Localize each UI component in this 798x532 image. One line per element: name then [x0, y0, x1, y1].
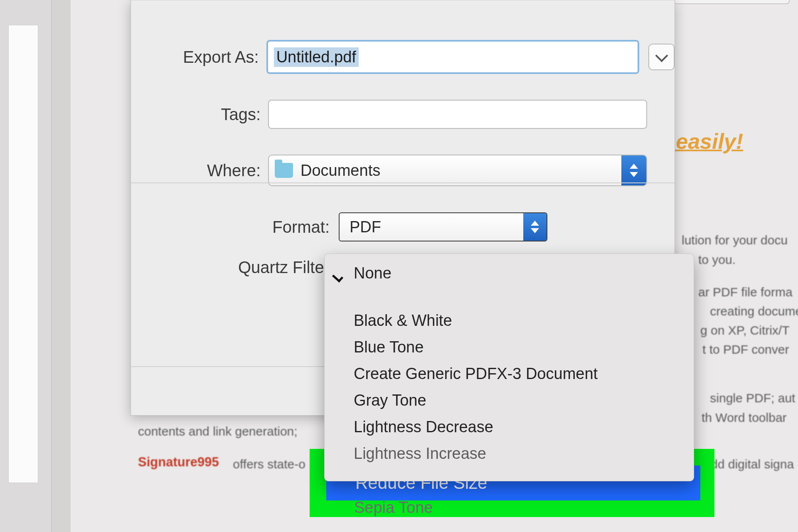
bg-text: th Word toolbar	[702, 408, 787, 428]
where-value: Documents	[300, 162, 380, 180]
where-label: Where:	[152, 161, 268, 180]
updown-icon	[523, 213, 547, 241]
checkmark-icon	[334, 267, 345, 279]
menu-item-lightness-decrease[interactable]: Lightness Decrease	[325, 414, 694, 440]
quartz-filter-menu: None Black & White Blue Tone Create Gene…	[324, 254, 694, 481]
where-location-select[interactable]: Documents	[268, 155, 647, 186]
bg-text: ar PDF file forma	[698, 283, 793, 302]
bg-text: single PDF; aut	[707, 389, 795, 408]
menu-item-sepia-tone[interactable]: Sepia Tone	[324, 499, 694, 517]
updown-icon	[621, 155, 646, 185]
bg-text: creating docume	[707, 302, 798, 321]
menu-item-label: Create Generic PDFX-3 Document	[354, 365, 598, 383]
export-as-label: Export As:	[152, 48, 266, 66]
menu-item-black-white[interactable]: Black & White	[325, 307, 694, 334]
export-filename-value: Untitled.pdf	[274, 47, 359, 67]
menu-item-lightness-increase[interactable]: Lightness Increase	[325, 440, 694, 467]
menu-item-blue-tone[interactable]: Blue Tone	[325, 334, 694, 360]
menu-item-label: Blue Tone	[354, 338, 424, 356]
menu-item-label: Gray Tone	[354, 392, 426, 409]
thumbnail-sidebar	[0, 0, 52, 532]
bg-text: t to PDF conver	[702, 340, 789, 360]
menu-item-gray-tone[interactable]: Gray Tone	[325, 387, 694, 414]
menu-item-label: Black & White	[354, 312, 452, 330]
bg-signature-label: Signature995	[138, 455, 219, 470]
menu-item-pdfx3[interactable]: Create Generic PDFX-3 Document	[325, 360, 694, 387]
format-value: PDF	[350, 218, 381, 236]
format-select[interactable]: PDF	[339, 212, 547, 241]
chevron-down-icon	[655, 49, 668, 62]
expand-save-panel-button[interactable]	[648, 44, 675, 70]
tags-input[interactable]	[268, 100, 647, 129]
folder-icon	[275, 163, 293, 178]
quartz-filter-label: Quartz Filter	[131, 258, 339, 277]
bg-text: lution for your docu	[682, 231, 788, 250]
menu-separator	[325, 286, 694, 307]
format-label: Format:	[131, 218, 339, 236]
bg-text: dd digital signa	[711, 455, 794, 474]
menu-item-label: None	[354, 264, 392, 282]
menu-item-label: Lightness Increase	[354, 445, 486, 463]
menu-item-label: Lightness Decrease	[354, 418, 493, 436]
bg-text: offers state-o	[229, 455, 305, 474]
export-filename-input[interactable]: Untitled.pdf	[266, 40, 639, 74]
bg-text: contents and link generation;	[138, 422, 298, 441]
separator	[131, 182, 675, 183]
tags-label: Tags:	[152, 105, 268, 124]
menu-item-none[interactable]: None	[325, 260, 694, 286]
bg-text: to you.	[698, 250, 736, 270]
bg-text: g on XP, Citrix/T	[700, 321, 790, 340]
